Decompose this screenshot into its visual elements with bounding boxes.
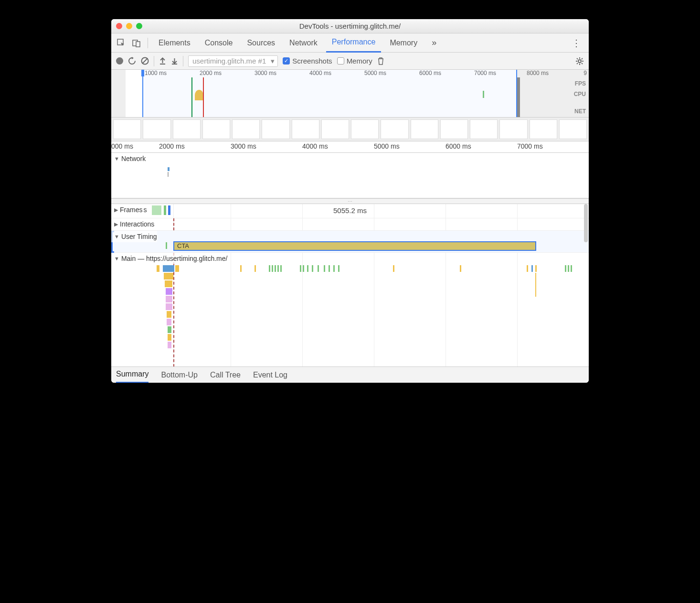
memory-checkbox[interactable] [337, 57, 344, 65]
filmstrip-frame[interactable] [530, 119, 557, 139]
screenshot-filmstrip[interactable] [111, 118, 589, 141]
tab-elements[interactable]: Elements [153, 33, 196, 53]
flame-event[interactable] [568, 265, 569, 272]
kebab-menu-icon[interactable]: ⋮ [568, 37, 585, 49]
flame-event[interactable] [255, 265, 256, 272]
flame-event[interactable] [272, 265, 273, 272]
network-request[interactable] [168, 167, 170, 171]
interactions-header[interactable]: ▶Interactions [111, 218, 154, 230]
garbage-collect-icon[interactable] [377, 57, 384, 65]
flame-event[interactable] [535, 273, 536, 297]
selection-handle-left[interactable] [141, 70, 144, 76]
user-timing-header[interactable]: ▼User Timing [111, 231, 157, 242]
device-toolbar-icon[interactable] [130, 37, 143, 49]
timeline-overview[interactable]: 1000 ms 2000 ms 3000 ms 4000 ms 5000 ms … [111, 70, 589, 118]
network-header[interactable]: ▼Network [111, 153, 589, 164]
flame-event[interactable] [300, 265, 301, 272]
tab-summary[interactable]: Summary [116, 367, 148, 383]
recording-select[interactable]: usertiming.glitch.me #1 [188, 55, 278, 67]
screenshots-toggle[interactable]: ✓ Screenshots [283, 57, 332, 65]
overview-selection[interactable] [142, 70, 517, 117]
overview-main[interactable]: 1000 ms 2000 ms 3000 ms 4000 ms 5000 ms … [126, 70, 517, 117]
tab-performance[interactable]: Performance [326, 33, 382, 53]
flame-event[interactable] [312, 265, 313, 272]
tab-event-log[interactable]: Event Log [253, 367, 287, 383]
tab-call-tree[interactable]: Call Tree [210, 367, 241, 383]
flame-event[interactable] [269, 265, 270, 272]
flame-event[interactable] [168, 342, 171, 348]
flame-event[interactable] [329, 265, 330, 272]
filmstrip-frame[interactable] [113, 119, 141, 139]
tab-memory[interactable]: Memory [384, 33, 423, 53]
flame-event[interactable] [333, 265, 335, 272]
filmstrip-frame[interactable] [143, 119, 170, 139]
flame-event[interactable] [393, 265, 394, 272]
tab-bottom-up[interactable]: Bottom-Up [161, 367, 197, 383]
flame-event[interactable] [166, 288, 172, 295]
flame-event[interactable] [240, 265, 242, 272]
clear-icon[interactable] [141, 57, 149, 65]
network-body[interactable] [111, 164, 589, 198]
filmstrip-frame[interactable] [173, 119, 201, 139]
flame-event[interactable] [275, 265, 276, 272]
flame-event[interactable] [535, 265, 537, 272]
timing-mark[interactable] [166, 242, 167, 249]
memory-toggle[interactable]: Memory [337, 57, 372, 65]
load-profile-icon[interactable] [159, 57, 166, 65]
tab-sources[interactable]: Sources [241, 33, 281, 53]
record-button[interactable] [116, 57, 123, 65]
more-tabs-button[interactable]: » [429, 38, 439, 48]
flame-event[interactable] [531, 265, 533, 272]
flame-event[interactable] [571, 265, 572, 272]
flame-event[interactable] [527, 265, 528, 272]
flame-event[interactable] [164, 273, 173, 280]
flame-event[interactable] [318, 265, 319, 272]
filmstrip-frame[interactable] [232, 119, 260, 139]
flame-event[interactable] [280, 265, 282, 272]
screenshots-checkbox[interactable]: ✓ [283, 57, 290, 65]
flame-event[interactable] [338, 265, 339, 272]
flame-event[interactable] [168, 326, 171, 333]
filmstrip-frame[interactable] [499, 119, 527, 139]
frames-header[interactable]: ▶Framess [111, 204, 147, 215]
flame-event[interactable] [157, 265, 159, 272]
flame-event[interactable] [307, 265, 308, 272]
flame-event[interactable] [168, 334, 171, 341]
flame-event[interactable] [565, 265, 566, 272]
filmstrip-frame[interactable] [470, 119, 498, 139]
filmstrip-frame[interactable] [411, 119, 438, 139]
flame-event[interactable] [303, 265, 304, 272]
splitter[interactable]: ⋯ [111, 198, 589, 204]
filmstrip-frame[interactable] [262, 119, 289, 139]
flame-event[interactable] [277, 265, 279, 272]
selection-handle-right[interactable] [517, 77, 520, 117]
filmstrip-frame[interactable] [559, 119, 587, 139]
main-header[interactable]: ▼Main — https://usertiming.glitch.me/ [111, 253, 227, 264]
vertical-scrollbar[interactable] [584, 204, 588, 242]
flame-event[interactable] [165, 280, 172, 287]
flame-event[interactable] [460, 265, 461, 272]
inspect-element-icon[interactable] [115, 37, 127, 49]
flame-event[interactable] [167, 311, 171, 318]
tab-console[interactable]: Console [199, 33, 239, 53]
flame-event[interactable] [166, 296, 172, 302]
reload-icon[interactable] [128, 57, 136, 65]
filmstrip-frame[interactable] [351, 119, 379, 139]
filmstrip-frame[interactable] [202, 119, 230, 139]
save-profile-icon[interactable] [171, 57, 178, 65]
network-request[interactable] [168, 172, 169, 177]
filmstrip-frame[interactable] [321, 119, 349, 139]
flame-event[interactable] [166, 303, 172, 310]
tab-network[interactable]: Network [284, 33, 323, 53]
flamechart-tracks[interactable]: ▶Framess 5055.2 ms ▶Interactions ▼User T… [111, 204, 589, 366]
filmstrip-frame[interactable] [381, 119, 408, 139]
user-timing-measure-cta[interactable]: CTA [173, 241, 536, 251]
flamechart-ruler[interactable]: 000 ms 2000 ms 3000 ms 4000 ms 5000 ms 6… [111, 141, 589, 153]
flame-event[interactable] [324, 265, 325, 272]
settings-gear-icon[interactable] [575, 57, 584, 65]
filmstrip-frame[interactable] [292, 119, 319, 139]
flame-event[interactable] [163, 265, 174, 272]
flame-event[interactable] [175, 265, 179, 272]
flame-event[interactable] [167, 319, 171, 325]
filmstrip-frame[interactable] [440, 119, 468, 139]
